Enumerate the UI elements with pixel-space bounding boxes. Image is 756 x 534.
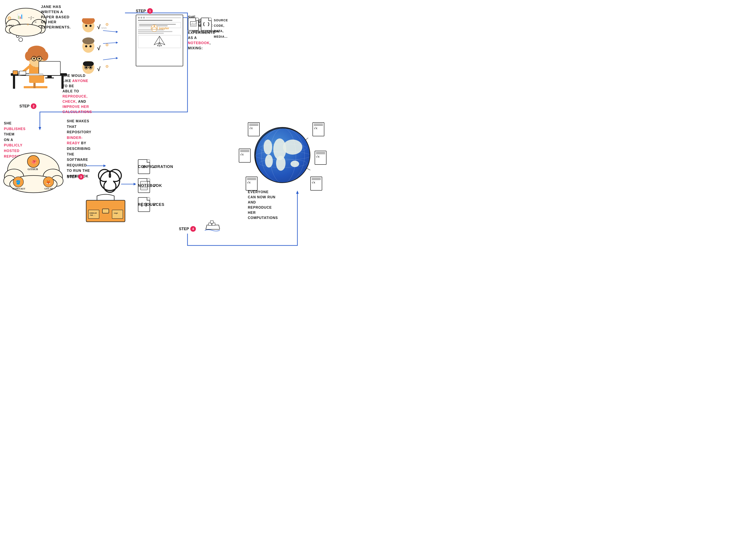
toolbox: SINGULAR PAR... sage xyxy=(82,190,125,215)
nb-dot-1 xyxy=(138,17,140,18)
svg-point-79 xyxy=(85,66,87,68)
svg-marker-129 xyxy=(206,225,220,229)
svg-rect-121 xyxy=(112,210,123,218)
svg-point-54 xyxy=(39,58,40,60)
svg-point-93 xyxy=(152,29,153,30)
image-resource-icon xyxy=(188,18,199,31)
repo-cloud: 🐙 GITHUB 🪣 BITBUCKET 🦊 GITLAB xyxy=(2,146,63,194)
svg-point-53 xyxy=(33,58,35,60)
svg-marker-95 xyxy=(190,23,196,26)
publishes-highlight: PUBLISHES xyxy=(4,127,26,131)
checklist: ⚙ CONFIGURATION ✓ NOTEBOOK ✓ { } xyxy=(138,159,213,212)
desire-improve: IMPROVE HER CALCULATIONS xyxy=(63,105,92,114)
svg-marker-9 xyxy=(134,183,136,185)
svg-marker-10 xyxy=(296,191,299,194)
svg-text:sage: sage xyxy=(114,212,118,214)
jupyter-logo xyxy=(151,25,158,32)
resources-label: RESOURCES xyxy=(138,202,164,207)
svg-point-135 xyxy=(276,156,285,171)
svg-point-47 xyxy=(38,48,44,53)
desire-check: CHECK, xyxy=(63,100,77,103)
svg-point-46 xyxy=(29,48,35,53)
svg-text:🦊: 🦊 xyxy=(46,180,51,185)
step1-number: 1 xyxy=(147,8,153,14)
svg-rect-59 xyxy=(45,78,54,78)
svg-text:GITLAB: GITLAB xyxy=(44,188,53,190)
svg-text:⚙: ⚙ xyxy=(106,64,108,69)
heads-svg: √ ~~~ ⚙ √ ⚙ √ ⚙ xyxy=(75,18,123,79)
resources-row: { } RESOURCES ✓ xyxy=(138,197,213,212)
svg-point-137 xyxy=(265,155,273,167)
jupyter-badge: jupyter xyxy=(151,25,169,32)
step4-number: 4 xyxy=(190,226,196,232)
config-row: ⚙ CONFIGURATION ✓ xyxy=(138,159,213,174)
svg-rect-118 xyxy=(88,210,99,218)
globe-svg xyxy=(255,128,310,183)
svg-rect-132 xyxy=(210,221,213,223)
step2-number: 2 xyxy=(31,103,37,109)
docker-svg xyxy=(205,220,220,233)
svg-text:📊: 📊 xyxy=(17,13,23,19)
svg-point-66 xyxy=(85,25,87,27)
desire-text-3a: AND xyxy=(77,100,86,103)
svg-text:~∫~: ~∫~ xyxy=(28,16,34,20)
step4-badge: STEP 4 xyxy=(179,226,196,232)
svg-text:√: √ xyxy=(97,24,101,31)
nb-line-1 xyxy=(138,20,173,21)
globe xyxy=(254,127,310,183)
svg-rect-61 xyxy=(13,71,18,74)
nb-plot xyxy=(138,35,181,48)
svg-point-73 xyxy=(85,45,87,47)
floating-page-1: √x xyxy=(248,122,260,136)
svg-rect-78 xyxy=(83,62,94,66)
floating-page-5: √x xyxy=(246,177,257,191)
nb-line-4 xyxy=(138,33,164,34)
jupyter-text: jupyter xyxy=(159,26,169,30)
step4-label: STEP xyxy=(179,227,189,231)
svg-point-91 xyxy=(154,25,155,27)
svg-text:🪣: 🪣 xyxy=(16,180,21,185)
svg-rect-58 xyxy=(47,75,52,78)
svg-point-72 xyxy=(82,38,94,44)
step2-badge: STEP 2 xyxy=(19,103,37,109)
svg-text:PAR...: PAR... xyxy=(90,215,95,216)
floating-page-6: √x xyxy=(310,177,322,191)
svg-text:GITHUB: GITHUB xyxy=(28,168,38,171)
svg-text:⚙: ⚙ xyxy=(106,22,108,27)
svg-rect-117 xyxy=(102,209,109,213)
svg-marker-5 xyxy=(39,127,41,130)
step1-desc: SHE DESCRIBES THEEXPERIMENTS AS A NOTEBO… xyxy=(188,15,214,31)
svg-point-139 xyxy=(290,161,299,167)
svg-text:√: √ xyxy=(97,45,101,52)
floating-page-2: √x xyxy=(312,122,324,136)
svg-point-80 xyxy=(90,66,92,68)
repo-cloud-svg: 🐙 GITHUB 🪣 BITBUCKET 🦊 GITLAB xyxy=(2,146,65,196)
svg-text:BITBUCKET: BITBUCKET xyxy=(13,188,25,190)
code-resource-icon: { } xyxy=(201,18,212,31)
svg-point-115 xyxy=(107,178,113,184)
nb-title-bar xyxy=(146,17,181,18)
notebook-row: NOTEBOOK ✓ xyxy=(138,178,213,193)
svg-text:⚙: ⚙ xyxy=(106,42,108,48)
svg-text:🐙: 🐙 xyxy=(31,159,37,165)
step1-label: STEP xyxy=(136,9,146,13)
svg-rect-63 xyxy=(19,71,26,75)
notebook-label: NOTEBOOK xyxy=(138,183,162,188)
main-canvas: ⚙ 📊 ~∫~ ≡≡≡ √x ⚙ ≈ JANE HAS WRITTEN A PA… xyxy=(0,0,378,267)
svg-point-92 xyxy=(156,29,157,30)
nb-dot-2 xyxy=(141,17,142,18)
desire-text-2-a: TO BEABLE TO xyxy=(63,84,79,93)
step1-badge: STEP 1 xyxy=(136,8,153,14)
svg-rect-60 xyxy=(26,74,43,75)
figure-heads-group: √ ~~~ ⚙ √ ⚙ √ ⚙ xyxy=(75,18,123,80)
svg-text:⚙: ⚙ xyxy=(8,15,11,22)
step3-number: 3 xyxy=(78,174,84,180)
notebook-highlight: NOTEBOOK xyxy=(188,41,209,45)
svg-point-67 xyxy=(90,25,92,27)
nb-content xyxy=(138,20,181,48)
docker-icon xyxy=(205,220,220,234)
step2-label: STEP xyxy=(19,104,30,109)
floating-page-3: √x xyxy=(239,149,251,163)
jane-figure xyxy=(7,21,71,90)
notebook-sketch xyxy=(136,15,183,66)
